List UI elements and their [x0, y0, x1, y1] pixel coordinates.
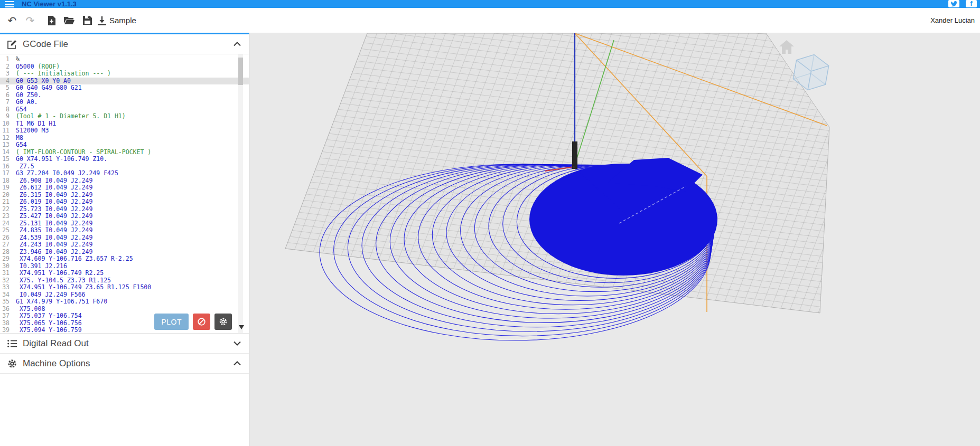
editor-actions: PLOT	[154, 314, 232, 330]
code-line[interactable]: 18 Z6.908 I0.049 J2.249	[0, 177, 249, 185]
sidebar: GCode File 1%2O5000 (ROOF)3( --- Initial…	[0, 33, 249, 446]
line-number: 4	[0, 78, 16, 85]
line-number: 15	[0, 156, 16, 163]
gcode-panel-title: GCode File	[23, 39, 68, 50]
app-title: NC Viewer v1.1.3	[22, 0, 77, 8]
code-line[interactable]: 11S12000 M3	[0, 127, 249, 135]
scene-canvas	[249, 33, 979, 446]
code-line[interactable]: 36 X75.008	[0, 306, 249, 313]
line-number: 3	[0, 70, 16, 78]
sample-label: Sample	[109, 16, 136, 25]
line-number: 13	[0, 141, 16, 149]
save-button[interactable]	[78, 11, 96, 30]
code-line[interactable]: 17G3 Z7.204 I0.049 J2.249 F425	[0, 170, 249, 177]
editor-scrollbar[interactable]	[238, 54, 243, 333]
line-number: 26	[0, 234, 16, 242]
stop-button[interactable]	[193, 314, 210, 330]
top-bar: NC Viewer v1.1.3 f	[0, 0, 980, 8]
code-lines: 1%2O5000 (ROOF)3( --- Initialisation ---…	[0, 56, 249, 334]
line-number: 31	[0, 270, 16, 277]
line-number: 27	[0, 241, 16, 249]
line-number: 18	[0, 177, 16, 185]
redo-button[interactable]: ↷	[21, 11, 39, 30]
code-line[interactable]: 3( --- Initialisation --- )	[0, 70, 249, 78]
chevron-down-icon	[233, 341, 241, 346]
code-line[interactable]: 6G0 Z50.	[0, 92, 249, 99]
code-line[interactable]: 16 Z7.5	[0, 163, 249, 170]
undo-button[interactable]: ↶	[3, 11, 21, 30]
scroll-down-arrow-icon[interactable]	[239, 325, 244, 332]
code-line[interactable]: 1%	[0, 56, 249, 63]
code-line[interactable]: 23 Z5.427 I0.049 J2.249	[0, 213, 249, 220]
line-number: 38	[0, 320, 16, 327]
edit-icon	[7, 40, 17, 49]
code-line[interactable]: 31 X74.951 Y-106.749 R2.25	[0, 270, 249, 277]
line-number: 24	[0, 220, 16, 227]
settings-button[interactable]	[214, 314, 232, 330]
code-line[interactable]: 29 X74.609 Y-106.716 Z3.657 R-2.25	[0, 255, 249, 263]
line-number: 32	[0, 277, 16, 284]
code-line[interactable]: 5G0 G40 G49 G80 G21	[0, 84, 249, 92]
code-line[interactable]: 30 I0.391 J2.216	[0, 263, 249, 270]
line-number: 28	[0, 249, 16, 256]
gear-icon	[7, 359, 17, 368]
line-number: 37	[0, 312, 16, 320]
line-number: 25	[0, 227, 16, 234]
line-number: 10	[0, 120, 16, 128]
load-sample-button[interactable]: Sample	[97, 16, 136, 25]
facebook-icon[interactable]: f	[966, 0, 977, 7]
dro-panel-title: Digital Read Out	[23, 338, 89, 349]
editor-scrollbar-thumb[interactable]	[238, 58, 243, 85]
toolbar: ↶ ↷ Sample Xander Lucian	[0, 8, 980, 33]
code-line[interactable]: 22 Z5.723 I0.049 J2.249	[0, 206, 249, 213]
new-file-icon	[47, 16, 56, 25]
code-line[interactable]: 32 X75. Y-104.5 Z3.73 R1.125	[0, 277, 249, 284]
code-line[interactable]: 4G0 G53 X0 Y0 A0	[0, 78, 249, 85]
code-line[interactable]: 33 X74.951 Y-106.749 Z3.65 R1.125 F1500	[0, 284, 249, 291]
line-number: 19	[0, 184, 16, 192]
menu-icon[interactable]	[5, 1, 14, 7]
code-line[interactable]: 28 Z3.946 I0.049 J2.249	[0, 249, 249, 256]
code-line[interactable]: 24 Z5.131 I0.049 J2.249	[0, 220, 249, 227]
line-number: 12	[0, 135, 16, 142]
machine-panel-header[interactable]: Machine Options	[0, 354, 249, 374]
line-number: 8	[0, 106, 16, 113]
save-icon	[83, 16, 92, 25]
open-folder-icon	[64, 16, 74, 25]
origin-marker	[573, 166, 575, 168]
view-cube[interactable]	[790, 51, 832, 93]
new-file-button[interactable]	[42, 11, 60, 30]
code-line[interactable]: 19 Z6.612 I0.049 J2.249	[0, 184, 249, 192]
code-line[interactable]: 14( IMT-FLOOR-CONTOUR - SPIRAL-POCKET )	[0, 149, 249, 156]
code-line[interactable]: 26 Z4.539 I0.049 J2.249	[0, 234, 249, 242]
code-line[interactable]: 12M8	[0, 135, 249, 142]
code-line[interactable]: 20 Z6.315 I0.049 J2.249	[0, 192, 249, 199]
code-line[interactable]: 25 Z4.835 I0.049 J2.249	[0, 227, 249, 234]
list-icon	[7, 339, 17, 348]
code-line[interactable]: 8G54	[0, 106, 249, 113]
line-number: 35	[0, 298, 16, 306]
line-number: 14	[0, 149, 16, 156]
code-line[interactable]: 27 Z4.243 I0.049 J2.249	[0, 241, 249, 249]
gcode-editor[interactable]: 1%2O5000 (ROOF)3( --- Initialisation ---…	[0, 54, 249, 334]
code-line[interactable]: 34 I0.049 J2.249 F566	[0, 291, 249, 299]
code-line[interactable]: 15G0 X74.951 Y-106.749 Z10.	[0, 156, 249, 163]
code-line[interactable]: 9(Tool # 1 - Diameter 5. D1 H1)	[0, 113, 249, 120]
code-line[interactable]: 21 Z6.019 I0.049 J2.249	[0, 198, 249, 206]
twitter-icon[interactable]	[948, 0, 959, 7]
machine-panel-title: Machine Options	[23, 358, 90, 369]
line-number: 7	[0, 99, 16, 106]
gcode-panel-header[interactable]: GCode File	[0, 34, 249, 54]
code-line[interactable]: 10T1 M6 D1 H1	[0, 120, 249, 128]
code-line[interactable]: 13G54	[0, 141, 249, 149]
gear-icon	[219, 317, 228, 326]
plot-button[interactable]: PLOT	[154, 314, 189, 330]
line-number: 20	[0, 192, 16, 199]
dro-panel-header[interactable]: Digital Read Out	[0, 334, 249, 354]
open-file-button[interactable]	[60, 11, 78, 30]
viewport-3d[interactable]	[249, 33, 980, 446]
code-line[interactable]: 7G0 A0.	[0, 99, 249, 106]
code-line[interactable]: 35G1 X74.979 Y-106.751 F670	[0, 298, 249, 306]
code-line[interactable]: 2O5000 (ROOF)	[0, 63, 249, 71]
line-number: 39	[0, 327, 16, 334]
